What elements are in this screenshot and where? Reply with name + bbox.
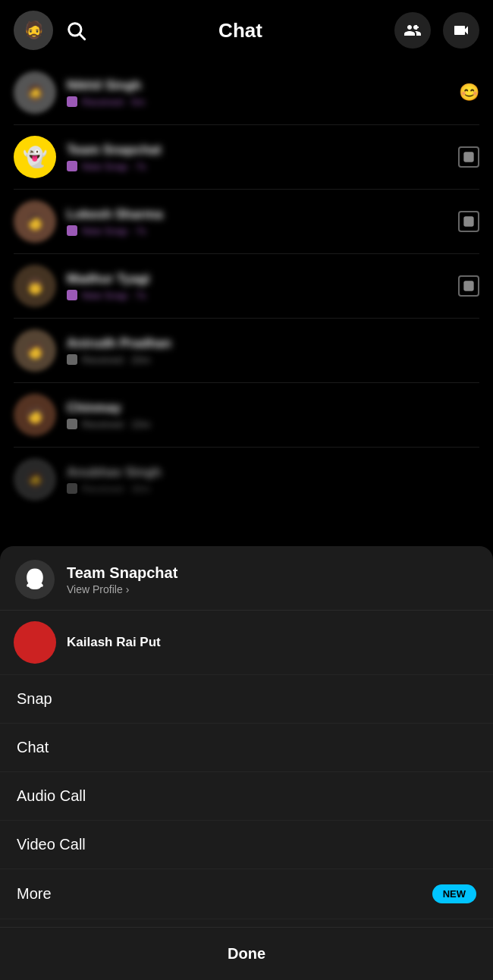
avatar: [14, 621, 56, 664]
context-menu: Team Snapchat View Profile › Kailash Rai…: [0, 546, 493, 980]
menu-label: Video Call: [17, 836, 86, 853]
context-avatar: [15, 560, 55, 599]
context-user-info: Team Snapchat View Profile ›: [67, 564, 177, 595]
done-button[interactable]: Done: [228, 945, 265, 963]
menu-item-more[interactable]: More NEW: [0, 869, 493, 919]
new-badge: NEW: [432, 884, 476, 903]
done-bar: Done: [0, 927, 493, 980]
menu-item-video-call[interactable]: Video Call: [0, 821, 493, 869]
menu-item-audio-call[interactable]: Audio Call: [0, 772, 493, 821]
view-profile-link[interactable]: View Profile ›: [67, 583, 177, 595]
context-username: Team Snapchat: [67, 564, 177, 582]
menu-label: Audio Call: [17, 787, 86, 805]
peek-name: Kailash Rai Put: [67, 635, 161, 650]
menu-item-snap[interactable]: Snap: [0, 675, 493, 724]
menu-label: More: [17, 885, 52, 903]
context-overlay: Team Snapchat View Profile › Kailash Rai…: [0, 0, 493, 980]
context-header: Team Snapchat View Profile ›: [0, 546, 493, 611]
menu-item-chat[interactable]: Chat: [0, 724, 493, 772]
peek-chat-item[interactable]: Kailash Rai Put: [0, 611, 493, 675]
menu-label: Snap: [17, 690, 52, 708]
menu-label: Chat: [17, 739, 49, 756]
